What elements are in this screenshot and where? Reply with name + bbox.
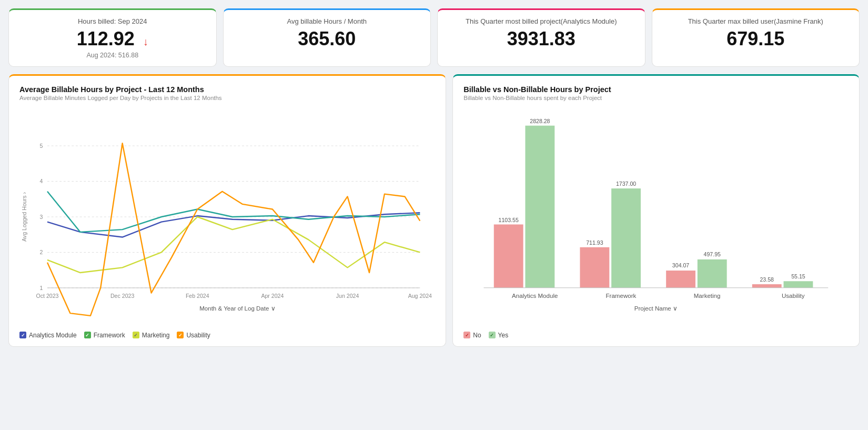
line-chart-legend: ✓ Analytics Module ✓ Framework ✓ Marketi… — [19, 332, 435, 339]
legend-box-no: ✓ — [463, 332, 470, 338]
bar-framework-no — [580, 247, 610, 287]
svg-text:Analytics Module: Analytics Module — [512, 293, 558, 299]
line-chart-card: Average Billable Hours by Project - Last… — [8, 74, 446, 347]
bar-chart-legend: ✓ No ✓ Yes — [463, 332, 849, 339]
svg-text:Project Name ∨: Project Name ∨ — [634, 305, 678, 312]
kpi-sub-hours-billed: Aug 2024: 516.88 — [19, 52, 206, 59]
legend-box-marketing: ✓ — [133, 332, 139, 338]
svg-text:Dec 2023: Dec 2023 — [110, 293, 134, 299]
svg-text:711.93: 711.93 — [586, 239, 603, 246]
legend-label-analytics: Analytics Module — [29, 332, 77, 339]
legend-box-analytics: ✓ — [19, 332, 26, 338]
svg-text:497.95: 497.95 — [704, 251, 721, 257]
legend-analytics: ✓ Analytics Module — [19, 332, 77, 339]
legend-label-marketing: Marketing — [142, 332, 170, 339]
svg-text:304.07: 304.07 — [672, 262, 689, 268]
svg-text:Month & Year of Log Date ∨: Month & Year of Log Date ∨ — [199, 305, 275, 312]
kpi-label-quarter-project: This Quarter most billed project(Analyti… — [448, 17, 634, 25]
kpi-card-hours-billed: Hours billed: Sep 2024 112.92 ↓ Aug 2024… — [8, 8, 217, 67]
legend-box-usability: ✓ — [177, 332, 184, 338]
kpi-card-quarter-user: This Quarter max billed user(Jasmine Fra… — [652, 8, 860, 67]
legend-yes: ✓ Yes — [489, 332, 509, 339]
svg-text:23.58: 23.58 — [760, 276, 774, 283]
svg-text:1103.55: 1103.55 — [499, 216, 519, 223]
legend-usability: ✓ Usability — [177, 332, 210, 339]
bar-chart-title: Billable vs Non-Billable Hours by Projec… — [463, 85, 849, 94]
kpi-value-quarter-project: 3931.83 — [448, 28, 634, 49]
svg-text:3: 3 — [39, 213, 43, 219]
bar-usability-yes — [784, 281, 813, 288]
kpi-value-hours-billed: 112.92 ↓ — [19, 28, 206, 49]
bar-analytics-yes — [526, 125, 555, 287]
legend-no: ✓ No — [463, 332, 481, 339]
svg-text:Feb 2024: Feb 2024 — [186, 293, 209, 299]
legend-label-yes: Yes — [498, 332, 509, 339]
bar-usability-no — [752, 284, 782, 288]
kpi-label-hours-billed: Hours billed: Sep 2024 — [19, 17, 206, 25]
kpi-label-quarter-user: This Quarter max billed user(Jasmine Fra… — [663, 17, 849, 25]
svg-text:Marketing: Marketing — [694, 293, 721, 299]
svg-text:Oct 2023: Oct 2023 — [36, 293, 59, 299]
down-arrow-icon: ↓ — [143, 36, 148, 47]
bar-marketing-no — [666, 271, 695, 288]
bar-chart-wrap: 1103.55 2828.28 711.93 1737.00 304.07 49… — [463, 106, 849, 327]
kpi-row: Hours billed: Sep 2024 112.92 ↓ Aug 2024… — [8, 8, 860, 67]
legend-label-usability: Usability — [186, 332, 210, 339]
kpi-value-quarter-user: 679.15 — [663, 28, 849, 49]
svg-text:5: 5 — [39, 143, 43, 149]
svg-text:55.15: 55.15 — [791, 273, 805, 279]
legend-label-no: No — [473, 332, 481, 339]
line-chart-svg: Avg Logged Hours › 1 2 3 4 5 Oct 2023 De… — [19, 106, 435, 327]
bar-chart-svg: 1103.55 2828.28 711.93 1737.00 304.07 49… — [463, 106, 849, 327]
kpi-label-avg-billable: Avg billable Hours / Month — [234, 17, 420, 25]
svg-text:1: 1 — [39, 284, 43, 291]
legend-label-framework: Framework — [94, 332, 125, 339]
svg-text:Aug 2024: Aug 2024 — [408, 293, 432, 299]
svg-text:2828.28: 2828.28 — [530, 117, 550, 124]
svg-text:4: 4 — [39, 178, 43, 184]
svg-text:Avg Logged Hours ›: Avg Logged Hours › — [21, 192, 27, 242]
line-chart-title: Average Billable Hours by Project - Last… — [19, 85, 435, 94]
bar-chart-card: Billable vs Non-Billable Hours by Projec… — [452, 74, 860, 347]
kpi-card-quarter-project: This Quarter most billed project(Analyti… — [437, 8, 645, 67]
svg-text:Usability: Usability — [782, 293, 805, 299]
svg-text:2: 2 — [39, 249, 43, 255]
svg-text:Jun 2024: Jun 2024 — [336, 293, 359, 299]
line-chart-subtitle: Average Billable Minutes Logged per Day … — [19, 95, 435, 101]
bar-marketing-yes — [698, 259, 727, 287]
svg-text:Apr 2024: Apr 2024 — [261, 293, 284, 299]
legend-box-framework: ✓ — [84, 332, 91, 338]
kpi-value-avg-billable: 365.60 — [234, 28, 420, 49]
legend-box-yes: ✓ — [489, 332, 496, 338]
line-chart-wrap: Avg Logged Hours › 1 2 3 4 5 Oct 2023 De… — [19, 106, 435, 327]
bar-framework-yes — [611, 188, 641, 288]
legend-framework: ✓ Framework — [84, 332, 125, 339]
svg-text:Framework: Framework — [606, 293, 637, 299]
bar-analytics-no — [494, 224, 523, 287]
svg-text:1737.00: 1737.00 — [616, 181, 636, 187]
bar-chart-subtitle: Billable vs Non-Billable hours spent by … — [463, 95, 849, 101]
charts-row: Average Billable Hours by Project - Last… — [8, 74, 860, 347]
kpi-card-avg-billable: Avg billable Hours / Month 365.60 — [223, 8, 431, 67]
legend-marketing: ✓ Marketing — [133, 332, 170, 339]
